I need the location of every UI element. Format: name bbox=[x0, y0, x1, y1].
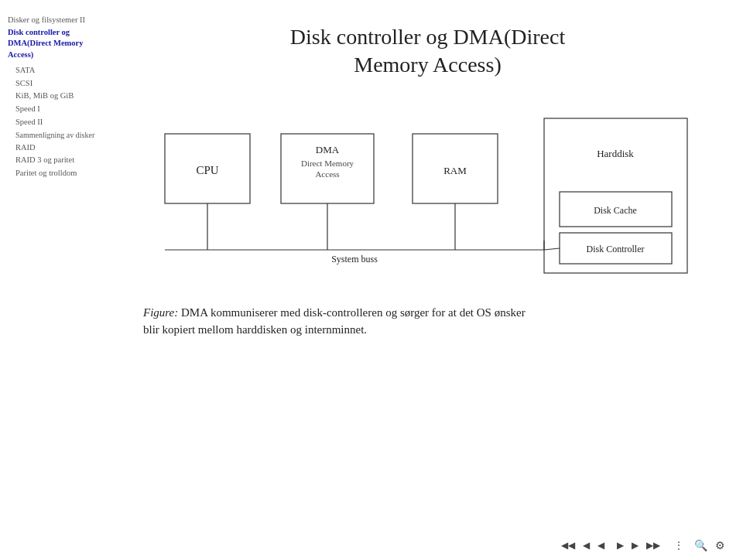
svg-text:DMA: DMA bbox=[315, 144, 339, 155]
svg-text:Harddisk: Harddisk bbox=[597, 148, 634, 159]
diagram-area: CPU DMA Direct Memory Access RAM Harddis… bbox=[143, 111, 712, 289]
sidebar-item-raid3[interactable]: RAID 3 og paritet bbox=[8, 154, 104, 166]
nav-prev2[interactable]: ◀ bbox=[595, 538, 607, 553]
sidebar-item-scsi[interactable]: SCSI bbox=[8, 77, 104, 90]
sidebar-item-sammenligning[interactable]: Sammenligning av disker bbox=[8, 129, 104, 141]
sidebar-item-paritet[interactable]: Paritet og trolldom bbox=[8, 167, 104, 179]
nav-next2[interactable]: ▶ bbox=[629, 538, 641, 553]
nav-last[interactable]: ▶▶ bbox=[644, 538, 663, 553]
sidebar-item-kib[interactable]: KiB, MiB og GiB bbox=[8, 90, 104, 102]
sidebar-item-raid[interactable]: RAID bbox=[8, 142, 104, 154]
svg-line-19 bbox=[544, 248, 560, 250]
main-content: Disk controller og DMA(Direct Memory Acc… bbox=[112, 0, 743, 560]
svg-text:Direct Memory: Direct Memory bbox=[300, 159, 354, 168]
sidebar-item-dma[interactable]: Disk controller og DMA(Direct Memory Acc… bbox=[8, 27, 104, 61]
bottom-navigation: ◀◀ ◀ ◀ ▶ ▶ ▶▶ ⋮ 🔍 ⚙ bbox=[559, 538, 728, 554]
slide-title: Disk controller og DMA(Direct Memory Acc… bbox=[143, 23, 712, 80]
sidebar-item-speed2[interactable]: Speed II bbox=[8, 116, 104, 128]
svg-text:Access: Access bbox=[315, 169, 339, 179]
svg-text:Disk Cache: Disk Cache bbox=[594, 205, 637, 216]
sidebar-item-sata[interactable]: SATA bbox=[8, 64, 104, 77]
sidebar-item-speed1[interactable]: Speed I bbox=[8, 103, 104, 115]
svg-text:CPU: CPU bbox=[196, 164, 218, 176]
nav-next[interactable]: ▶ bbox=[615, 538, 626, 553]
nav-more[interactable]: ⋮ bbox=[672, 538, 686, 553]
diagram-svg: CPU DMA Direct Memory Access RAM Harddis… bbox=[157, 111, 699, 289]
sidebar-item-disker[interactable]: Disker og filsystemer II bbox=[8, 14, 104, 26]
svg-text:System buss: System buss bbox=[331, 254, 378, 265]
svg-text:RAM: RAM bbox=[443, 165, 467, 176]
settings-icon[interactable]: ⚙ bbox=[713, 538, 728, 554]
nav-prev[interactable]: ◀ bbox=[580, 538, 592, 553]
svg-text:Disk Controller: Disk Controller bbox=[586, 244, 644, 254]
nav-first[interactable]: ◀◀ bbox=[559, 538, 577, 553]
sidebar: Disker og filsystemer II Disk controller… bbox=[0, 0, 112, 560]
search-icon[interactable]: 🔍 bbox=[692, 538, 710, 554]
figure-caption: Figure: DMA kommuniserer med disk-contro… bbox=[143, 304, 712, 339]
